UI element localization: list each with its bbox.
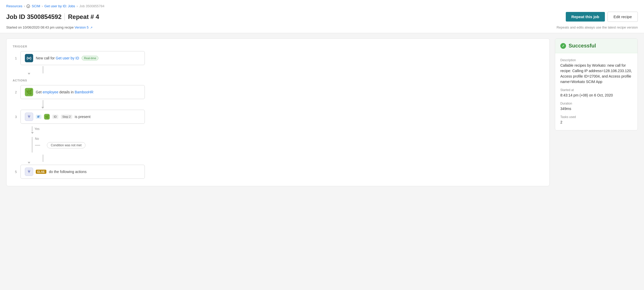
step-3-box[interactable]: ⑂ IF 🌿 ID Step 2 is present <box>20 110 145 124</box>
realtime-badge: Real-time <box>82 56 98 60</box>
svg-text:S: S <box>28 6 29 8</box>
step-1-row: 1 {w} New call for Get user by ID Real-t… <box>13 51 541 65</box>
job-id-title: Job ID 3500854592 <box>6 13 61 20</box>
status-header: ✓ Successful <box>555 39 638 53</box>
breadcrumb: Resources › S SCIM › Get user by ID: Job… <box>6 2 638 10</box>
header-actions: Repeat this job Edit recipe <box>566 12 638 22</box>
connector-arrow-1 <box>28 73 30 75</box>
duration-value: 349ms <box>560 106 632 112</box>
title-divider <box>65 13 65 20</box>
success-icon: ✓ <box>560 43 566 49</box>
step2-badge: Step 2 <box>61 115 72 119</box>
workato-icon: {w} <box>25 54 33 62</box>
else-badge: ELSE <box>36 170 46 174</box>
step-5-num: 5 <box>13 170 17 174</box>
step-2-num: 2 <box>13 90 17 94</box>
step-5-box[interactable]: ⑂ ELSE do the following actions <box>20 165 145 179</box>
else-step-icon: ⑂ <box>25 168 33 176</box>
step-3-condition: is present <box>75 115 91 119</box>
started-value: 8:43:14 pm (+08) on 6 Oct, 2020 <box>560 93 632 98</box>
edit-recipe-button[interactable]: Edit recipe <box>607 12 638 22</box>
bamboo-icon: 🌿 <box>25 88 33 96</box>
branch-section: Yes No Condition was not met <box>32 126 541 153</box>
step-5-row: 5 ⑂ ELSE do the following actions <box>13 165 541 179</box>
description-value: Callable recipes by Workato: new call fo… <box>560 63 632 85</box>
breadcrumb-jobs[interactable]: Get user by ID: Jobs <box>44 4 75 8</box>
external-link-icon: ↗ <box>90 26 92 29</box>
step-2-row: 2 🌿 Get employee details in BambooHR <box>13 85 541 99</box>
step-1-text: New call for Get user by ID <box>36 56 79 60</box>
flow-diagram: TRIGGER 1 {w} New call for Get user by I… <box>6 38 550 186</box>
job-subtitle: Started on 10/06/2020 08:43 pm using rec… <box>6 25 92 29</box>
id-badge: ID <box>52 115 58 119</box>
repeat-job-button[interactable]: Repeat this job <box>566 12 605 22</box>
yes-label: Yes <box>34 127 40 131</box>
condition-not-met: Condition was not met <box>47 142 85 148</box>
status-body: Description Callable recipes by Workato:… <box>555 53 638 130</box>
description-label: Description <box>560 58 632 62</box>
breadcrumb-scim[interactable]: SCIM <box>32 4 40 8</box>
trigger-label: TRIGGER <box>13 45 541 48</box>
scim-icon: S <box>26 4 30 8</box>
step-3-row: 3 ⑂ IF 🌿 ID Step 2 is present <box>13 110 541 124</box>
tasks-label: Tasks used <box>560 115 632 119</box>
status-text: Successful <box>569 43 596 49</box>
tasks-value: 2 <box>560 120 632 125</box>
repeat-number: Repeat # 4 <box>68 13 99 20</box>
actions-label: ACTIONS <box>13 79 541 82</box>
side-panel: ✓ Successful Description Callable recipe… <box>555 38 638 130</box>
yes-arrow <box>31 132 34 134</box>
step-2-text: Get employee details in BambooHR <box>36 90 94 94</box>
version-link[interactable]: Version 5 ↗ <box>75 25 92 29</box>
bamboo-icon-2: 🌿 <box>44 114 50 120</box>
step-2-box[interactable]: 🌿 Get employee details in BambooHR <box>20 85 145 99</box>
condition-icon: ⑂ <box>25 113 33 121</box>
step-1-num: 1 <box>13 56 17 60</box>
breadcrumb-resources[interactable]: Resources <box>6 4 22 8</box>
status-card: ✓ Successful Description Callable recipe… <box>555 38 638 130</box>
repeats-note: Repeats and edits always use the latest … <box>556 25 638 29</box>
connector-1 <box>43 66 43 73</box>
connector-3 <box>43 155 43 162</box>
started-label: Started at <box>560 88 632 92</box>
breadcrumb-current: Job 3500855784 <box>79 4 104 8</box>
duration-label: Duration <box>560 102 632 105</box>
connector-2 <box>43 100 43 107</box>
step-1-box[interactable]: {w} New call for Get user by ID Real-tim… <box>20 51 145 65</box>
no-label: No <box>35 137 85 141</box>
if-badge: IF <box>36 115 41 119</box>
connector-arrow-3 <box>28 162 30 164</box>
step-3-num: 3 <box>13 115 17 119</box>
step-5-text: do the following actions <box>49 170 87 174</box>
